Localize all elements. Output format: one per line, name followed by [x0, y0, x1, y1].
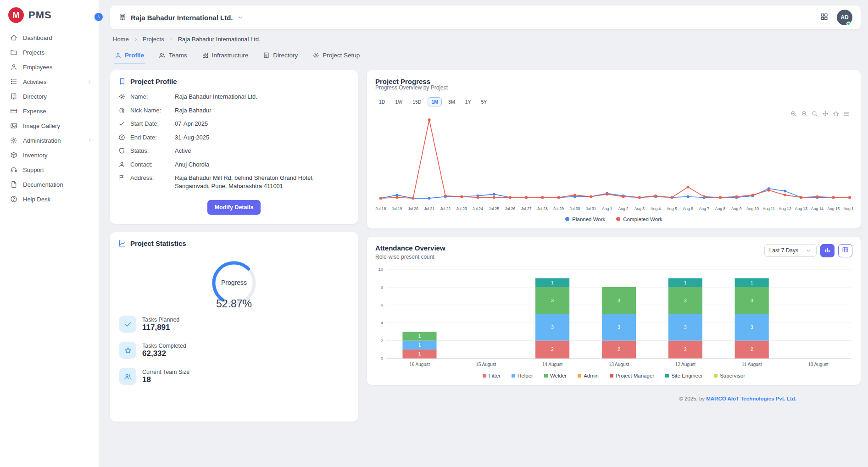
chevron-right-icon: [87, 138, 92, 143]
sidebar-item-label: Employees: [23, 64, 52, 71]
svg-text:3: 3: [618, 324, 620, 329]
tab-teams[interactable]: Teams: [158, 48, 188, 64]
breadcrumb: HomeProjectsRaja Bahadur International L…: [110, 29, 861, 47]
sidebar-item-label: Administration: [23, 137, 61, 144]
sidebar-item-image-gallery[interactable]: Image Gallery: [0, 118, 99, 133]
user-icon: [115, 52, 122, 59]
legend-swatch: [714, 374, 718, 378]
svg-text:2: 2: [551, 347, 554, 352]
sidebar-item-help-desk[interactable]: Help Desk: [0, 192, 99, 206]
legend-label: Planned Work: [572, 217, 605, 222]
breadcrumb-item-projects[interactable]: Projects: [143, 36, 164, 43]
grid-icon: [820, 12, 829, 22]
legend-completed-work[interactable]: Completed Work: [616, 217, 662, 222]
range-button-3m[interactable]: 3M: [445, 97, 459, 106]
svg-text:Jul 23: Jul 23: [456, 206, 467, 211]
range-button-1y[interactable]: 1Y: [462, 97, 475, 106]
modify-details-button[interactable]: Modify Details: [207, 200, 261, 215]
range-button-1w[interactable]: 1W: [391, 97, 406, 106]
legend-helper[interactable]: Helper: [512, 373, 533, 378]
svg-text:Aug 9: Aug 9: [731, 206, 742, 211]
menu-icon[interactable]: [843, 111, 850, 117]
stat-current-team-size: Current Team Size18: [110, 363, 358, 389]
headset-icon: [10, 166, 17, 173]
svg-text:Aug 1: Aug 1: [602, 206, 612, 211]
left-column: Project Profile Name:Raja Bahadur Intern…: [110, 70, 358, 422]
sidebar-item-documentation[interactable]: Documentation: [0, 177, 99, 192]
user-avatar[interactable]: AD: [837, 10, 852, 25]
tab-project-setup[interactable]: Project Setup: [312, 48, 361, 64]
svg-text:10 August: 10 August: [808, 362, 829, 367]
gear-icon: [118, 93, 125, 100]
profile-field-start-date: Start Date:07-Apr-2025: [110, 117, 358, 131]
svg-text:3: 3: [684, 324, 687, 329]
sidebar-item-administration[interactable]: Administration: [0, 133, 99, 148]
sidebar-item-label: Activities: [23, 78, 46, 85]
field-label: Status:: [130, 147, 170, 155]
svg-text:3: 3: [751, 298, 753, 303]
range-button-5y[interactable]: 5Y: [477, 97, 490, 106]
field-value: 31-Aug-2025: [175, 133, 209, 142]
legend-site-engineer[interactable]: Site Engineer: [665, 373, 703, 378]
home-icon: [10, 34, 17, 41]
svg-text:2: 2: [381, 338, 383, 343]
svg-text:0: 0: [381, 356, 383, 361]
legend-project-manager[interactable]: Project Manager: [610, 373, 654, 378]
sidebar-item-employees[interactable]: Employees: [0, 60, 99, 74]
footer-company-link[interactable]: MARCO AIoT Technologies Pvt. Ltd.: [706, 396, 796, 401]
tab-label: Infrastructure: [212, 52, 249, 59]
range-button-15d[interactable]: 15D: [409, 97, 425, 106]
sidebar-item-activities[interactable]: Activities: [0, 74, 99, 89]
svg-text:Aug 6: Aug 6: [683, 206, 693, 211]
range-button-1d[interactable]: 1D: [375, 97, 389, 106]
sidebar-item-inventory[interactable]: Inventory: [0, 148, 99, 162]
legend-supervisor[interactable]: Supervisor: [714, 373, 745, 378]
attendance-table-view-button[interactable]: [838, 244, 852, 257]
legend-welder[interactable]: Welder: [544, 373, 567, 378]
svg-text:Jul 18: Jul 18: [376, 206, 386, 211]
sidebar-item-projects[interactable]: Projects: [0, 45, 99, 60]
profile-field-contact: Contact:Anuj Chordia: [110, 158, 358, 172]
home-ic-icon[interactable]: [833, 111, 839, 117]
field-label: End Date:: [130, 133, 170, 142]
attendance-range-value: Last 7 Days: [769, 247, 798, 254]
zoom-in-icon[interactable]: [790, 111, 797, 117]
zoom-out-icon[interactable]: [801, 111, 807, 117]
svg-text:Jul 29: Jul 29: [553, 206, 564, 211]
progress-percent-value: 52.87%: [216, 298, 252, 310]
field-value: Active: [175, 147, 191, 155]
tab-profile[interactable]: Profile: [114, 48, 145, 64]
attendance-range-select[interactable]: Last 7 Days: [764, 244, 817, 257]
legend-swatch: [578, 374, 581, 378]
breadcrumb-item-home[interactable]: Home: [113, 36, 129, 43]
company-selector[interactable]: Raja Bahadur International Ltd.: [118, 13, 244, 22]
sidebar-item-label: Dashboard: [23, 34, 52, 41]
apps-grid-button[interactable]: [820, 12, 829, 22]
profile-field-name: Name:Raja Bahadur International Ltd.: [110, 90, 358, 104]
progress-card-subtitle: Progress Overview by Project: [367, 84, 861, 91]
svg-text:2: 2: [618, 347, 620, 352]
sidebar-item-support[interactable]: Support: [0, 162, 99, 177]
tab-directory[interactable]: Directory: [262, 48, 299, 64]
tab-infrastructure[interactable]: Infrastructure: [201, 48, 250, 64]
svg-text:12 August: 12 August: [675, 362, 696, 367]
legend-planned-work[interactable]: Planned Work: [565, 217, 605, 222]
sidebar-item-directory[interactable]: Directory: [0, 89, 99, 104]
legend-admin[interactable]: Admin: [578, 373, 599, 378]
zoom-icon[interactable]: [812, 111, 818, 117]
sidebar-collapse-button[interactable]: [94, 12, 104, 22]
sidebar-item-expense[interactable]: Expense: [0, 104, 99, 118]
project-profile-card: Project Profile Name:Raja Bahadur Intern…: [110, 70, 358, 224]
main-area: Raja Bahadur International Ltd. AD HomeP…: [99, 0, 868, 467]
pan-icon[interactable]: [822, 111, 829, 117]
svg-text:Aug 16: Aug 16: [843, 206, 854, 211]
breadcrumb-separator-icon: [133, 37, 139, 42]
svg-text:3: 3: [551, 324, 554, 329]
sidebar-item-dashboard[interactable]: Dashboard: [0, 30, 99, 45]
svg-text:3: 3: [618, 298, 620, 303]
range-button-1m[interactable]: 1M: [428, 97, 442, 106]
legend-fitter[interactable]: Fitter: [483, 373, 501, 378]
attendance-chart-view-button[interactable]: [820, 244, 835, 257]
progress-gauge: Progress 52.87%: [110, 252, 358, 311]
svg-text:Aug 5: Aug 5: [667, 206, 677, 211]
